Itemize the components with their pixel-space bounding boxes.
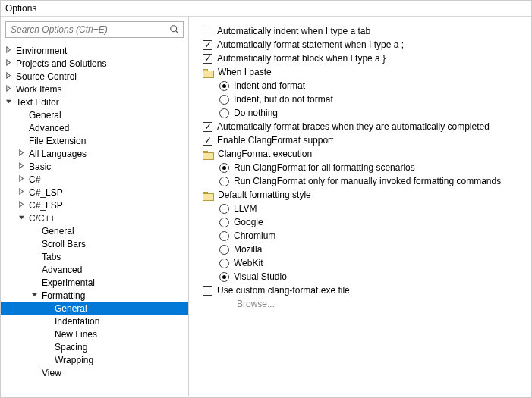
tree-item[interactable]: Advanced <box>1 263 188 276</box>
tree-item[interactable]: C#_LSP <box>1 199 188 212</box>
expand-icon[interactable] <box>5 46 14 55</box>
option-label: Use custom clang-format.exe file <box>217 285 350 296</box>
radio[interactable] <box>219 204 229 214</box>
expand-icon[interactable] <box>18 149 27 158</box>
tree-item-label: Work Items <box>16 84 61 95</box>
window-title: Options <box>1 1 531 17</box>
radio[interactable] <box>219 81 229 91</box>
tree-item-label: Tabs <box>42 252 61 262</box>
folder-icon <box>203 191 213 199</box>
option-label: Automatically format block when I type a… <box>217 53 386 64</box>
tree-item-label: Formatting <box>42 290 85 301</box>
option-row: Do nothing <box>203 106 531 120</box>
option-row: ✓Enable ClangFormat support <box>203 133 531 147</box>
tree-item[interactable]: Scroll Bars <box>1 237 188 250</box>
tree-item-label: Basic <box>29 161 51 172</box>
tree-item-label: Indentation <box>55 316 99 327</box>
option-row: Visual Studio <box>203 270 531 284</box>
expand-icon[interactable] <box>5 72 14 80</box>
tree-item[interactable]: Projects and Solutions <box>1 57 188 70</box>
radio[interactable] <box>219 95 229 105</box>
expand-icon[interactable] <box>18 201 27 209</box>
expand-icon[interactable] <box>5 59 14 67</box>
tree-item[interactable]: Tabs <box>1 250 188 263</box>
tree-item-label: Advanced <box>42 265 82 275</box>
svg-point-0 <box>171 26 177 32</box>
checkbox[interactable]: ✓ <box>203 122 212 132</box>
tree-item[interactable]: General <box>1 302 188 315</box>
expand-icon[interactable] <box>5 85 14 93</box>
tree-item[interactable]: General <box>1 108 188 121</box>
radio[interactable] <box>219 163 229 173</box>
expand-icon[interactable] <box>18 214 27 222</box>
tree-item-label: Text Editor <box>16 97 59 108</box>
tree-item[interactable]: View <box>1 366 188 379</box>
browse-link[interactable]: Browse... <box>237 299 275 309</box>
svg-line-1 <box>176 31 179 34</box>
tree-spacer <box>18 136 27 145</box>
radio[interactable] <box>219 245 229 255</box>
checkbox[interactable]: ✓ <box>203 136 212 146</box>
tree-item[interactable]: Advanced <box>1 121 188 134</box>
tree-item[interactable]: File Extension <box>1 134 188 147</box>
tree-item[interactable]: Work Items <box>1 83 188 96</box>
option-label: Do nothing <box>234 108 278 118</box>
radio[interactable] <box>219 231 229 241</box>
option-row: Use custom clang-format.exe file <box>203 284 531 297</box>
radio[interactable] <box>219 259 229 268</box>
tree-item[interactable]: Environment <box>1 44 188 57</box>
tree-item[interactable]: C/C++ <box>1 212 188 224</box>
tree-item[interactable]: General <box>1 224 188 237</box>
option-label: When I paste <box>218 67 272 77</box>
tree-item[interactable]: Spacing <box>1 340 188 353</box>
option-label: Default formatting style <box>218 190 311 200</box>
tree-item[interactable]: Experimental <box>1 276 188 289</box>
tree-item[interactable]: Text Editor <box>1 96 188 108</box>
tree-spacer <box>31 278 39 287</box>
tree-item[interactable]: Formatting <box>1 289 188 302</box>
tree-spacer <box>44 330 52 338</box>
option-row: WebKit <box>203 256 531 270</box>
expand-icon[interactable] <box>18 188 27 196</box>
expand-icon[interactable] <box>5 98 14 106</box>
checkbox[interactable]: ✓ <box>203 40 212 50</box>
tree-item-label: Scroll Bars <box>42 239 86 249</box>
tree-item-label: Advanced <box>29 123 69 133</box>
tree-item[interactable]: C# <box>1 173 188 186</box>
tree-spacer <box>44 343 52 351</box>
expand-icon[interactable] <box>18 175 27 183</box>
option-label: Indent, but do not format <box>234 94 333 105</box>
tree-item[interactable]: Wrapping <box>1 353 188 366</box>
radio[interactable] <box>219 177 229 186</box>
option-row: Indent and format <box>203 79 531 92</box>
option-row: Mozilla <box>203 243 531 256</box>
tree-item[interactable]: Basic <box>1 160 188 173</box>
checkbox[interactable] <box>203 27 212 36</box>
option-row: Run ClangFormat only for manually invoke… <box>203 174 531 188</box>
checkbox[interactable] <box>203 286 212 296</box>
tree-item[interactable]: Source Control <box>1 70 188 83</box>
tree-item-label: General <box>42 226 74 237</box>
tree-item-label: New Lines <box>55 329 97 340</box>
tree-item-label: Wrapping <box>55 355 93 365</box>
tree-item-label: All Languages <box>29 149 87 159</box>
radio[interactable] <box>219 272 229 282</box>
tree-item-label: General <box>55 303 87 314</box>
tree-spacer <box>31 265 39 274</box>
radio[interactable] <box>219 218 229 227</box>
option-row: ✓Automatically format statement when I t… <box>203 38 531 52</box>
tree-item[interactable]: C#_LSP <box>1 186 188 199</box>
tree-item[interactable]: Indentation <box>1 315 188 327</box>
tree-item[interactable]: All Languages <box>1 147 188 160</box>
option-label: Automatically indent when I type a tab <box>217 26 370 36</box>
checkbox[interactable]: ✓ <box>203 54 212 64</box>
expand-icon[interactable] <box>31 291 39 299</box>
nav-tree[interactable]: EnvironmentProjects and SolutionsSource … <box>1 42 188 396</box>
radio[interactable] <box>219 108 229 118</box>
expand-icon[interactable] <box>18 162 27 171</box>
tree-spacer <box>44 317 52 325</box>
tree-spacer <box>44 356 52 364</box>
search-input[interactable] <box>9 24 169 36</box>
option-row: Automatically indent when I type a tab <box>203 24 531 38</box>
tree-item[interactable]: New Lines <box>1 327 188 340</box>
